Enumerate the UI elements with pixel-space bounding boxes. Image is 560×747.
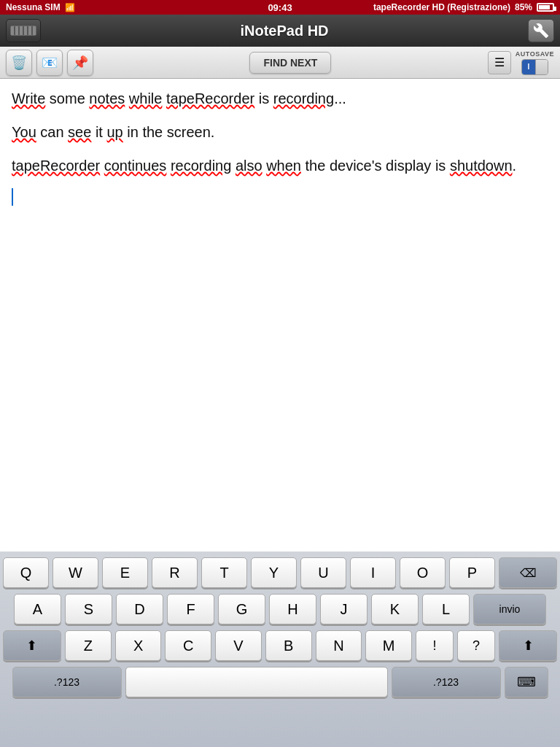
email-icon: 📧: [42, 55, 58, 71]
keyboard-hide-key[interactable]: ⌨: [505, 667, 548, 697]
key-f[interactable]: F: [167, 594, 214, 624]
delete-icon: ⌫: [520, 566, 537, 580]
autosave-label: AUTOSAVE: [516, 50, 554, 58]
app-label: tapeRecorder HD (Registrazione): [373, 2, 510, 12]
key-v[interactable]: V: [215, 630, 262, 661]
wifi-icon: 📶: [65, 3, 75, 12]
key-n[interactable]: N: [316, 630, 362, 661]
spell-word-continues: continues: [104, 158, 167, 174]
spell-word-you: You: [12, 124, 36, 140]
key-x[interactable]: X: [115, 630, 162, 661]
note-area[interactable]: Write some notes while tapeRecorder is r…: [0, 79, 560, 551]
hide-button[interactable]: [6, 19, 41, 42]
spell-word-also: also: [236, 158, 262, 174]
key-a[interactable]: A: [14, 594, 61, 624]
key-k[interactable]: K: [371, 594, 419, 624]
key-y[interactable]: Y: [251, 557, 297, 588]
spell-word-shutdown: shutdown: [450, 158, 513, 174]
key-h[interactable]: H: [269, 594, 316, 624]
spell-word-recording: recording: [273, 90, 334, 107]
menu-button[interactable]: ☰: [488, 51, 511, 74]
spell-word-see: see: [68, 124, 91, 140]
return-key[interactable]: invio: [473, 594, 546, 624]
autosave-off: [536, 60, 548, 74]
key-exclaim[interactable]: !: [416, 630, 454, 661]
key-w[interactable]: W: [52, 557, 98, 588]
note-line-1: Write some notes while tapeRecorder is r…: [12, 88, 548, 109]
time-label: 09:43: [268, 2, 292, 13]
toolbar: 🗑️ 📧 📌 FIND NEXT ☰ AUTOSAVE I: [0, 47, 560, 79]
key-z[interactable]: Z: [65, 630, 112, 661]
keyboard-row-1: Q W E R T Y U I O P ⌫: [3, 557, 557, 588]
key-r[interactable]: R: [152, 557, 198, 588]
num-left-key[interactable]: .?123: [12, 667, 122, 697]
spell-word-notes: notes: [89, 90, 125, 107]
pin-button[interactable]: 📌: [67, 50, 93, 76]
key-s[interactable]: S: [65, 594, 112, 624]
text-cursor: [12, 188, 13, 206]
keyboard-icon: ⌨: [517, 674, 536, 690]
spell-word-taperecorder: tapeRecorder: [166, 90, 254, 107]
key-p[interactable]: P: [449, 557, 495, 588]
wrench-icon: [533, 23, 549, 39]
spell-word-write: Write: [12, 90, 45, 107]
status-bar: Nessuna SIM 📶 09:43 tapeRecorder HD (Reg…: [0, 0, 560, 15]
note-line-2: You can see it up in the screen.: [12, 121, 548, 143]
title-bar: iNotePad HD: [0, 15, 560, 47]
keyboard-row-3: ⬆ Z X C V B N M ! ? ⬆: [3, 630, 557, 661]
note-line-3: tapeRecorder continues recording also wh…: [12, 155, 548, 177]
trash-icon: 🗑️: [11, 55, 27, 71]
shift-right-key[interactable]: ⬆: [499, 630, 557, 661]
autosave-on: I: [522, 60, 537, 74]
battery-icon: [537, 3, 554, 12]
shift-left-key[interactable]: ⬆: [3, 630, 61, 661]
shift-right-icon: ⬆: [523, 638, 534, 654]
delete-key[interactable]: ⌫: [499, 557, 557, 588]
spell-word-recording2: recording: [171, 158, 231, 174]
key-g[interactable]: G: [218, 594, 265, 624]
key-i[interactable]: I: [350, 557, 396, 588]
cursor-line: [12, 188, 548, 210]
keyboard-row-2: A S D F G H J K L invio: [3, 594, 557, 624]
carrier-label: Nessuna SIM: [6, 2, 61, 12]
hide-icon: [10, 26, 36, 36]
num-right-key[interactable]: .?123: [392, 667, 501, 697]
key-b[interactable]: B: [265, 630, 312, 661]
spell-word-taperecorder2: tapeRecorder: [12, 158, 100, 174]
key-m[interactable]: M: [365, 630, 412, 661]
autosave-toggle[interactable]: I: [521, 59, 549, 75]
key-o[interactable]: O: [400, 557, 446, 588]
trash-button[interactable]: 🗑️: [6, 50, 32, 76]
menu-icon: ☰: [494, 55, 505, 69]
tools-button[interactable]: [528, 19, 554, 42]
autosave-container: AUTOSAVE I: [516, 50, 554, 75]
battery-label: 85%: [515, 2, 532, 12]
key-d[interactable]: D: [116, 594, 163, 624]
spell-word-while: while: [129, 90, 163, 107]
space-key[interactable]: [125, 667, 388, 697]
keyboard: Q W E R T Y U I O P ⌫ A S D F G H J K L …: [0, 551, 560, 747]
app-title: iNotePad HD: [240, 23, 328, 39]
key-question[interactable]: ?: [457, 630, 495, 661]
key-u[interactable]: U: [300, 557, 346, 588]
keyboard-row-4: .?123 .?123 ⌨: [3, 667, 557, 697]
find-next-button[interactable]: FIND NEXT: [249, 52, 331, 74]
key-t[interactable]: T: [201, 557, 247, 588]
key-e[interactable]: E: [102, 557, 148, 588]
spell-word-up: up: [106, 124, 122, 140]
key-c[interactable]: C: [165, 630, 211, 661]
pin-icon: 📌: [72, 55, 88, 71]
shift-left-icon: ⬆: [26, 638, 37, 654]
key-l[interactable]: L: [422, 594, 470, 624]
key-q[interactable]: Q: [3, 557, 49, 588]
key-j[interactable]: J: [320, 594, 368, 624]
email-button[interactable]: 📧: [36, 50, 63, 76]
spell-word-when: when: [266, 158, 301, 174]
